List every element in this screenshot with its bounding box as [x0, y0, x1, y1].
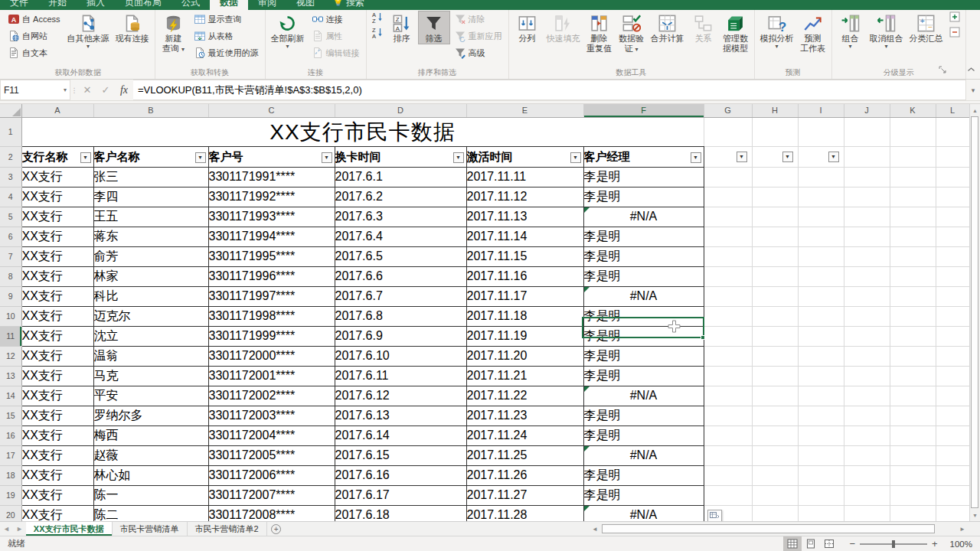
empty-cell[interactable] — [752, 366, 798, 386]
data-cell[interactable]: XX支行 — [21, 406, 93, 425]
data-cell[interactable]: 2017.11.17 — [466, 286, 583, 306]
empty-cell[interactable] — [890, 465, 936, 485]
filter-cell-H2[interactable]: ▼ — [752, 146, 798, 167]
data-cell[interactable]: 2017.6.3 — [335, 207, 466, 227]
empty-cell[interactable] — [890, 207, 936, 227]
confirm-entry-icon[interactable]: ✓ — [96, 80, 115, 100]
empty-cell[interactable] — [752, 246, 798, 266]
empty-cell[interactable] — [704, 485, 752, 505]
empty-cell[interactable] — [890, 167, 936, 187]
empty-cell[interactable] — [936, 117, 969, 146]
empty-cell[interactable] — [798, 266, 844, 286]
data-cell[interactable]: XX支行 — [21, 465, 93, 485]
empty-cell[interactable] — [798, 167, 844, 187]
error-options-button[interactable] — [707, 510, 722, 521]
data-cell[interactable]: 2017.6.10 — [335, 346, 466, 366]
reapply-filter-button[interactable]: 重新应用 — [450, 28, 506, 44]
filter-dropdown-button[interactable]: ▼ — [322, 152, 332, 163]
existing-connections-button[interactable]: 现有连接 — [113, 11, 152, 44]
data-cell[interactable]: 3301171994**** — [208, 227, 335, 246]
menu-tab-1[interactable]: 文件 — [0, 0, 38, 10]
empty-cell[interactable] — [752, 406, 798, 425]
row-header-19[interactable]: 19 — [0, 485, 21, 505]
data-cell[interactable]: 2017.6.1 — [335, 167, 466, 187]
sort-asc-button[interactable]: AZ — [369, 11, 386, 26]
data-cell[interactable]: 李是明 — [583, 326, 704, 346]
data-cell[interactable]: XX支行 — [21, 505, 93, 521]
empty-cell[interactable] — [704, 227, 752, 246]
data-cell[interactable]: 2017.6.12 — [335, 386, 466, 406]
row-header-17[interactable]: 17 — [0, 445, 21, 465]
empty-cell[interactable] — [798, 306, 844, 326]
empty-cell[interactable] — [890, 306, 936, 326]
data-cell[interactable]: 2017.6.6 — [335, 266, 466, 286]
data-cell[interactable]: 3301172003**** — [208, 406, 335, 425]
manage-data-model-button[interactable]: 管理数据模型 — [720, 11, 752, 54]
data-cell[interactable]: 3301172005**** — [208, 445, 335, 465]
filter-cell-G2[interactable]: ▼ — [704, 146, 752, 167]
empty-cell[interactable] — [798, 227, 844, 246]
row-header-12[interactable]: 12 — [0, 346, 21, 366]
relationships-button[interactable]: 关系 — [688, 11, 720, 44]
empty-cell[interactable] — [936, 346, 969, 366]
empty-cell[interactable] — [890, 425, 936, 445]
empty-cell[interactable] — [936, 366, 969, 386]
empty-cell[interactable] — [936, 286, 969, 306]
empty-cell[interactable] — [936, 167, 969, 187]
table-header-cell[interactable]: 激活时间▼ — [466, 146, 583, 167]
data-cell[interactable]: 陈一 — [93, 485, 208, 505]
data-cell[interactable]: 2017.11.16 — [466, 266, 583, 286]
empty-cell[interactable] — [752, 425, 798, 445]
row-header-4[interactable]: 4 — [0, 187, 21, 207]
empty-cell[interactable] — [752, 485, 798, 505]
empty-cell[interactable] — [844, 227, 890, 246]
empty-cell[interactable] — [798, 366, 844, 386]
row-header-6[interactable]: 6 — [0, 227, 21, 246]
empty-cell[interactable] — [704, 286, 752, 306]
empty-cell[interactable] — [890, 227, 936, 246]
data-cell[interactable]: 2017.6.17 — [335, 485, 466, 505]
data-cell[interactable]: 张三 — [93, 167, 208, 187]
table-header-cell[interactable]: 支行名称▼ — [21, 146, 93, 167]
data-cell[interactable]: 温翁 — [93, 346, 208, 366]
empty-cell[interactable] — [752, 445, 798, 465]
empty-cell[interactable] — [844, 187, 890, 207]
select-all-corner[interactable] — [0, 104, 21, 117]
empty-cell[interactable] — [752, 386, 798, 406]
data-cell[interactable]: 2017.6.18 — [335, 505, 466, 521]
data-cell[interactable]: 2017.11.28 — [466, 505, 583, 521]
recent-sources-button[interactable]: 最近使用的源 — [190, 44, 263, 61]
empty-cell[interactable] — [936, 146, 969, 167]
empty-cell[interactable] — [844, 266, 890, 286]
empty-cell[interactable] — [752, 326, 798, 346]
name-box-dropdown-icon[interactable]: ▾ — [64, 86, 67, 93]
data-cell[interactable]: 2017.11.20 — [466, 346, 583, 366]
empty-cell[interactable] — [704, 306, 752, 326]
empty-cell[interactable] — [890, 386, 936, 406]
data-cell[interactable]: 李是明 — [583, 187, 704, 207]
data-cell[interactable]: 2017.6.14 — [335, 425, 466, 445]
empty-cell[interactable] — [844, 246, 890, 266]
data-cell[interactable]: 3301172002**** — [208, 386, 335, 406]
from-text-button[interactable]: 自文本 — [4, 44, 64, 61]
sheet-tab-2[interactable]: 市民卡营销清单 — [113, 522, 188, 536]
empty-cell[interactable] — [936, 425, 969, 445]
data-cell[interactable]: 3301171998**** — [208, 306, 335, 326]
menu-tab-2[interactable]: 开始 — [38, 0, 77, 10]
empty-cell[interactable] — [704, 167, 752, 187]
data-cell[interactable]: 2017.6.15 — [335, 445, 466, 465]
empty-cell[interactable] — [704, 406, 752, 425]
empty-cell[interactable] — [752, 505, 798, 521]
empty-cell[interactable] — [704, 366, 752, 386]
empty-cell[interactable] — [844, 445, 890, 465]
data-cell[interactable]: 赵薇 — [93, 445, 208, 465]
connections-button[interactable]: 连接 — [308, 11, 364, 28]
data-cell[interactable]: 李四 — [93, 187, 208, 207]
empty-cell[interactable] — [752, 465, 798, 485]
filter-dropdown-button[interactable]: ▼ — [737, 152, 747, 162]
empty-cell[interactable] — [844, 286, 890, 306]
data-cell[interactable]: 3301171999**** — [208, 326, 335, 346]
data-cell[interactable]: #N/A — [583, 207, 704, 227]
data-cell[interactable]: 林心如 — [93, 465, 208, 485]
data-cell[interactable]: 3301171991**** — [208, 167, 335, 187]
